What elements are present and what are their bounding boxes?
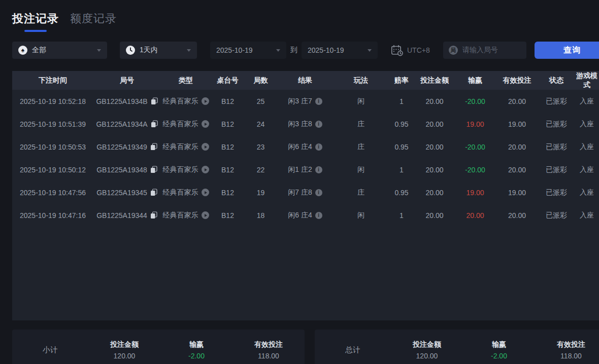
result-info-icon[interactable]: i — [315, 121, 322, 128]
cell-round-no: 25 — [244, 97, 277, 105]
col-header-result: 结果 — [277, 76, 333, 85]
tab-betting-records-label: 投注记录 — [12, 11, 59, 26]
cell-bet-amount: 20.00 — [414, 97, 455, 105]
cell-bet-amount: 20.00 — [414, 120, 455, 128]
cell-result: 闲1 庄2 i — [277, 165, 333, 174]
game-video-icon[interactable] — [202, 211, 209, 219]
cell-bet-time: 2025-10-19 10:52:18 — [12, 97, 93, 105]
cell-game-type: 经典百家乐 — [160, 120, 211, 129]
col-header-table-no: 桌台号 — [211, 76, 244, 85]
table-row: 2025-10-19 10:50:53 GB1225A19349 经典百家乐 B… — [12, 135, 599, 158]
date-to-input[interactable]: 2025-10-19 — [302, 42, 378, 59]
cell-play: 闲 — [333, 165, 389, 174]
col-header-odds: 赔率 — [389, 76, 414, 85]
cell-game-mode: 入座 — [574, 165, 599, 174]
cell-status: 已派彩 — [539, 142, 574, 152]
cell-game-mode: 入座 — [574, 120, 599, 129]
betting-records-page: { "colors": { "accent_blue": "#3e67df", … — [0, 0, 599, 364]
cell-game-mode: 入座 — [574, 211, 599, 220]
tab-betting-records[interactable]: 投注记录 — [12, 11, 59, 32]
cell-result: 闲7 庄8 i — [277, 188, 333, 197]
total-win-loss: 输赢 -2.00 — [463, 340, 535, 360]
game-type-dropdown[interactable]: ♠ 全部 — [12, 42, 107, 59]
cell-round-id: GB1225A19349 — [93, 143, 160, 151]
col-header-play: 玩法 — [333, 76, 389, 85]
cell-round-no: 18 — [244, 211, 277, 220]
cell-round-id: GB1225A1934A — [93, 120, 160, 128]
result-info-icon[interactable]: i — [315, 166, 322, 173]
cell-status: 已派彩 — [539, 120, 574, 129]
cell-round-no: 23 — [244, 143, 277, 151]
cell-round-no: 19 — [244, 189, 277, 197]
cell-round-no: 24 — [244, 120, 277, 128]
cell-win-loss: -20.00 — [455, 143, 495, 151]
copy-icon[interactable] — [150, 166, 157, 173]
col-header-bet-amount: 投注金额 — [414, 76, 455, 85]
cell-game-type: 经典百家乐 — [160, 97, 211, 106]
tab-quota-records[interactable]: 额度记录 — [70, 11, 117, 32]
spade-icon: ♠ — [18, 46, 27, 55]
result-info-icon[interactable]: i — [315, 98, 322, 105]
game-type-value: 全部 — [32, 46, 97, 55]
subtotal-panel: 小计 投注金额 120.00 输赢 -2.00 有效投注 118.00 — [12, 330, 305, 364]
copy-icon[interactable] — [151, 97, 158, 105]
cell-play: 庄 — [333, 120, 389, 129]
copy-icon[interactable] — [150, 211, 157, 219]
date-from-value: 2025-10-19 — [216, 46, 276, 54]
table-header-row: 下注时间 局号 类型 桌台号 局数 结果 玩法 赔率 投注金额 输赢 有效投注 … — [12, 71, 599, 90]
calendar-clock-icon — [391, 45, 403, 56]
game-video-icon[interactable] — [202, 166, 209, 173]
cell-bet-amount: 20.00 — [414, 166, 455, 174]
cell-play: 闲 — [333, 97, 389, 106]
round-number-input[interactable]: 局 请输入局号 — [443, 42, 526, 59]
cell-bet-time: 2025-10-19 10:50:53 — [12, 143, 93, 151]
game-video-icon[interactable] — [202, 189, 209, 196]
cell-win-loss: 19.00 — [455, 120, 495, 128]
time-range-dropdown[interactable]: 1天内 — [120, 42, 197, 59]
cell-play: 闲 — [333, 211, 389, 220]
date-from-input[interactable]: 2025-10-19 — [210, 42, 286, 59]
copy-icon[interactable] — [151, 120, 158, 128]
chevron-down-icon — [368, 49, 372, 52]
cell-valid-bet: 19.00 — [495, 189, 539, 197]
result-info-icon[interactable]: i — [315, 143, 322, 151]
cell-bet-amount: 20.00 — [414, 211, 455, 220]
cell-table-no: B12 — [211, 97, 244, 105]
subtotal-label: 小计 — [12, 345, 88, 355]
col-header-round-no: 局数 — [244, 76, 277, 85]
chevron-down-icon — [276, 49, 280, 52]
result-info-icon[interactable]: i — [315, 212, 322, 219]
cell-status: 已派彩 — [539, 165, 574, 174]
cell-odds: 1 — [389, 97, 414, 105]
cell-win-loss: 20.00 — [455, 211, 495, 220]
table-body: 2025-10-19 10:52:18 GB1225A1934B 经典百家乐 B… — [12, 90, 599, 227]
copy-icon[interactable] — [150, 189, 157, 196]
subtotal-bet-amount: 投注金额 120.00 — [88, 340, 160, 360]
cell-win-loss: 19.00 — [455, 189, 495, 197]
query-button[interactable]: 查询 — [535, 42, 599, 59]
game-video-icon[interactable] — [202, 143, 209, 151]
cell-valid-bet: 20.00 — [495, 143, 539, 151]
cell-game-mode: 入座 — [574, 142, 599, 152]
date-range-to-label: 到 — [290, 46, 297, 55]
cell-table-no: B12 — [211, 189, 244, 197]
col-header-status: 状态 — [539, 76, 574, 85]
cell-bet-time: 2025-10-19 10:47:16 — [12, 211, 93, 220]
round-number-icon: 局 — [449, 46, 458, 55]
cell-bet-time: 2025-10-19 10:51:39 — [12, 120, 93, 128]
cell-table-no: B12 — [211, 166, 244, 174]
cell-table-no: B12 — [211, 120, 244, 128]
time-range-value: 1天内 — [140, 46, 187, 55]
cell-status: 已派彩 — [539, 97, 574, 106]
game-video-icon[interactable] — [202, 120, 209, 128]
round-number-placeholder: 请输入局号 — [462, 46, 498, 55]
table-row: 2025-10-19 10:47:56 GB1225A19345 经典百家乐 B… — [12, 181, 599, 204]
result-info-icon[interactable]: i — [315, 189, 322, 196]
timezone-label: UTC+8 — [407, 46, 430, 54]
copy-icon[interactable] — [150, 143, 157, 151]
cell-result: 闲3 庄7 i — [277, 97, 333, 106]
cell-game-mode: 入座 — [574, 188, 599, 197]
cell-table-no: B12 — [211, 143, 244, 151]
cell-game-type: 经典百家乐 — [160, 165, 211, 174]
game-video-icon[interactable] — [202, 97, 209, 105]
